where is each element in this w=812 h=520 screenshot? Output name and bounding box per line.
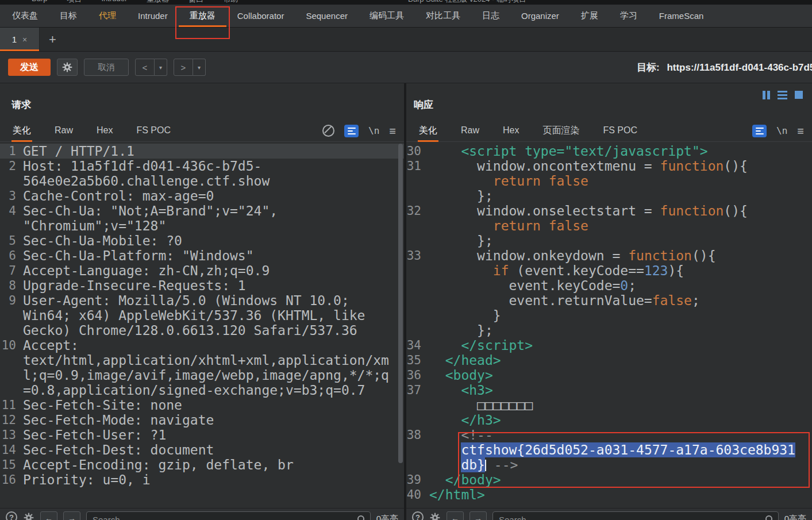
main-tab-14[interactable]: FrameScan [648,5,715,27]
menubar-item-1[interactable]: Burp [32,0,47,5]
format-toggle-icon[interactable] [344,125,359,137]
main-tab-7[interactable]: Sequencer [295,5,359,27]
line-text: Sec-Ch-Ua: "Not;A=Brand";v="24", "Chromi… [23,203,391,233]
main-tab-label: 重放器 [190,10,215,21]
cancel-button[interactable]: 取消 [84,59,129,76]
line-text: <body> [429,368,493,383]
request-editor-icons: \n ≡ [322,120,396,142]
response-row: 35 </head> [406,353,812,368]
main-tab-2[interactable]: 目标 [49,5,88,27]
prev-match-button[interactable]: ← [40,511,57,520]
code-token: (event.keyCode== [509,263,644,278]
menubar-item-6[interactable]: 帮助 [223,0,238,5]
tab-label: FS POC [136,125,171,136]
menubar-item-4[interactable]: 重放器 [147,0,169,5]
response-tab-2[interactable]: Raw [461,120,479,141]
main-tab-11[interactable]: Organizer [510,5,570,27]
hide-icon[interactable] [322,125,334,137]
request-line: 8Upgrade-Insecure-Requests: 1 [0,278,404,293]
code-token: }; [429,233,493,248]
line-text: <!-- [429,427,493,442]
prev-match-button[interactable]: ← [447,511,464,520]
forward-button[interactable]: > [174,59,193,76]
line-text: Host: 11a5f1df-d041-436c-b7d5-564e0e2a5b… [23,159,391,188]
search-icon [357,515,366,520]
editor-menu-icon[interactable]: ≡ [797,125,804,137]
response-row: 37 <h3> [406,383,812,398]
editor-menu-icon[interactable]: ≡ [389,125,396,137]
request-scrollbar[interactable] [398,144,403,463]
layout-rows-icon[interactable] [778,89,787,101]
main-tab-13[interactable]: 学习 [609,5,648,27]
send-button[interactable]: 发送 [8,59,51,76]
search-settings-icon[interactable] [23,512,34,520]
line-text: <h3> [429,383,493,398]
help-icon[interactable]: ? [6,511,17,520]
format-toggle-icon[interactable] [752,125,767,137]
add-tab-button[interactable]: + [49,28,56,51]
main-tab-1[interactable]: 仪表盘 [1,5,49,27]
forward-dropdown-icon[interactable]: ▾ [193,59,206,76]
line-text: Sec-Fetch-User: ?1 [23,427,391,442]
response-row: }; [406,233,812,248]
request-line: 14Sec-Fetch-Dest: document [0,442,404,457]
toolbar: 发送 取消 < ▾ > ▾ 目标: https://11a5f1df-d041-… [0,52,812,83]
code-token: 0 [620,278,628,293]
search-input[interactable] [86,511,371,520]
code-token: <body> [445,368,493,383]
next-match-button[interactable]: → [63,511,80,520]
line-text: </head> [429,353,501,368]
main-tab-8[interactable]: 编码工具 [359,5,415,27]
back-dropdown-icon[interactable]: ▾ [155,59,167,76]
close-tab-icon[interactable]: × [22,35,27,44]
settings-button[interactable] [57,59,78,76]
line-number: 10 [0,338,23,353]
search-settings-icon[interactable] [429,512,441,520]
pause-updates-icon[interactable] [763,89,770,101]
response-editor[interactable]: 30 <script type="text/javascript">31 win… [406,144,812,508]
response-tab-3[interactable]: Hex [503,120,519,141]
line-text: <script type="text/javascript"> [429,144,708,159]
line-text: db} --> [429,457,518,472]
main-tab-3[interactable]: 代理 [88,5,127,27]
main-tab-5[interactable]: 重放器 [179,5,226,27]
request-tab-1[interactable]: 美化 [13,120,31,141]
response-row: 40</html> [406,487,812,502]
main-tab-10[interactable]: 日志 [471,5,510,27]
line-number: 34 [406,338,429,353]
menubar-item-2[interactable]: 项目 [67,0,82,5]
line-number: 33 [406,248,429,263]
layout-single-icon[interactable] [795,89,803,101]
request-tab-3[interactable]: Hex [97,120,113,141]
response-title: 响应 [414,98,433,111]
code-token: ; [628,278,636,293]
response-tab-1[interactable]: 美化 [419,120,437,141]
help-icon[interactable]: ? [412,511,424,520]
search-input[interactable] [492,511,779,520]
back-button[interactable]: < [135,59,155,76]
line-text: Accept: text/html,application/xhtml+xml,… [23,338,391,398]
newline-toggle-icon[interactable]: \n [776,125,787,136]
menubar-item-5[interactable]: 窗口 [188,0,203,5]
main-tab-label: Intruder [138,11,168,21]
request-line: 13Sec-Fetch-User: ?1 [0,427,404,442]
response-tab-5[interactable]: FS POC [603,120,637,141]
request-tab-4[interactable]: FS POC [136,120,171,141]
code-token: □□□□□□□ [429,398,533,413]
response-tab-4[interactable]: 页面渲染 [542,120,579,141]
newline-toggle-icon[interactable]: \n [368,125,379,136]
main-tab-12[interactable]: 扩展 [570,5,609,27]
next-match-button[interactable]: → [470,511,487,520]
request-tab-2[interactable]: Raw [55,120,73,141]
response-panel: 响应 美化RawHex页面渲染FS POC \n ≡ 30 <script ty… [406,83,812,520]
request-line: 2Host: 11a5f1df-d041-436c-b7d5-564e0e2a5… [0,159,404,188]
menubar-item-3[interactable]: Intruder [101,0,127,5]
main-tab-4[interactable]: Intruder [127,5,179,27]
line-number: 35 [406,353,429,368]
line-number: 15 [0,457,23,472]
session-tab-1[interactable]: 1 × [0,28,40,51]
request-editor[interactable]: 1GET / HTTP/1.12Host: 11a5f1df-d041-436c… [0,144,404,508]
code-token: 123 [644,263,668,278]
main-tab-6[interactable]: Collaborator [226,5,295,27]
main-tab-9[interactable]: 对比工具 [415,5,471,27]
